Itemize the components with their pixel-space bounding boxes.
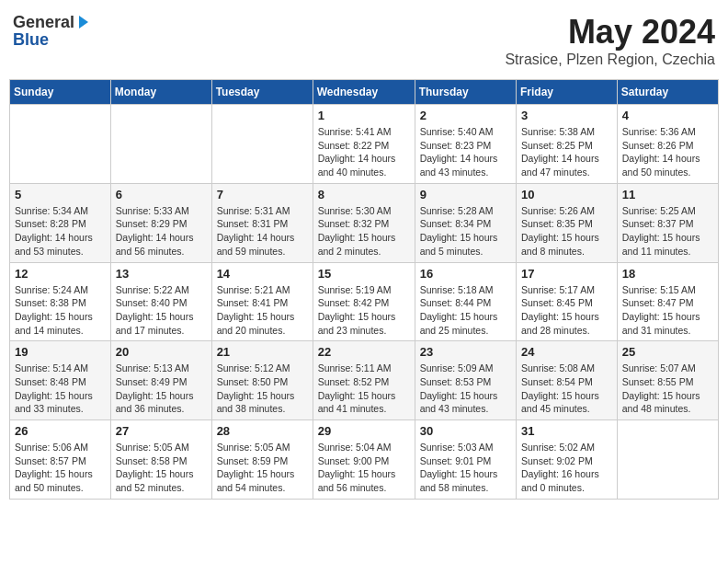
calendar-cell: 27Sunrise: 5:05 AM Sunset: 8:58 PM Dayli… — [110, 420, 211, 500]
day-number: 2 — [420, 109, 511, 122]
day-info: Sunrise: 5:18 AM Sunset: 8:44 PM Dayligh… — [420, 283, 511, 338]
weekday-header: Saturday — [617, 80, 718, 105]
calendar-cell: 12Sunrise: 5:24 AM Sunset: 8:38 PM Dayli… — [10, 262, 111, 341]
day-info: Sunrise: 5:05 AM Sunset: 8:58 PM Dayligh… — [116, 441, 207, 495]
calendar-cell: 16Sunrise: 5:18 AM Sunset: 8:44 PM Dayli… — [415, 262, 516, 341]
calendar-week-row: 1Sunrise: 5:41 AM Sunset: 8:22 PM Daylig… — [10, 105, 719, 184]
calendar-cell: 15Sunrise: 5:19 AM Sunset: 8:42 PM Dayli… — [313, 262, 415, 341]
day-info: Sunrise: 5:06 AM Sunset: 8:57 PM Dayligh… — [15, 441, 106, 495]
calendar-cell: 22Sunrise: 5:11 AM Sunset: 8:52 PM Dayli… — [313, 341, 415, 420]
day-info: Sunrise: 5:04 AM Sunset: 9:00 PM Dayligh… — [318, 441, 410, 495]
calendar-cell: 19Sunrise: 5:14 AM Sunset: 8:48 PM Dayli… — [10, 341, 111, 420]
day-info: Sunrise: 5:31 AM Sunset: 8:31 PM Dayligh… — [217, 204, 308, 259]
calendar-cell: 20Sunrise: 5:13 AM Sunset: 8:49 PM Dayli… — [110, 341, 211, 420]
calendar-cell: 1Sunrise: 5:41 AM Sunset: 8:22 PM Daylig… — [313, 105, 415, 184]
day-number: 8 — [318, 188, 410, 201]
calendar-cell: 18Sunrise: 5:15 AM Sunset: 8:47 PM Dayli… — [617, 262, 718, 341]
calendar-cell: 21Sunrise: 5:12 AM Sunset: 8:50 PM Dayli… — [211, 341, 313, 420]
logo-arrow-icon — [75, 16, 90, 30]
calendar-cell: 6Sunrise: 5:33 AM Sunset: 8:29 PM Daylig… — [110, 183, 211, 262]
calendar-cell: 2Sunrise: 5:40 AM Sunset: 8:23 PM Daylig… — [415, 105, 516, 184]
calendar-cell: 7Sunrise: 5:31 AM Sunset: 8:31 PM Daylig… — [211, 183, 313, 262]
calendar-week-row: 19Sunrise: 5:14 AM Sunset: 8:48 PM Dayli… — [10, 341, 719, 420]
day-number: 7 — [217, 188, 308, 201]
day-number: 5 — [15, 188, 106, 201]
weekday-header: Wednesday — [313, 80, 415, 105]
svg-marker-0 — [79, 16, 88, 29]
day-info: Sunrise: 5:02 AM Sunset: 9:02 PM Dayligh… — [521, 441, 612, 495]
day-info: Sunrise: 5:21 AM Sunset: 8:41 PM Dayligh… — [217, 283, 308, 338]
calendar-cell: 25Sunrise: 5:07 AM Sunset: 8:55 PM Dayli… — [617, 341, 718, 420]
day-number: 27 — [116, 424, 207, 438]
calendar-cell: 11Sunrise: 5:25 AM Sunset: 8:37 PM Dayli… — [617, 183, 718, 262]
day-number: 13 — [116, 267, 207, 281]
day-info: Sunrise: 5:12 AM Sunset: 8:50 PM Dayligh… — [217, 362, 308, 416]
calendar-cell — [10, 105, 111, 184]
calendar-cell — [617, 420, 718, 500]
calendar-cell: 23Sunrise: 5:09 AM Sunset: 8:53 PM Dayli… — [415, 341, 516, 420]
month-title: May 2024 — [505, 13, 715, 52]
calendar-cell: 28Sunrise: 5:05 AM Sunset: 8:59 PM Dayli… — [211, 420, 313, 500]
day-number: 11 — [622, 188, 713, 201]
day-number: 1 — [318, 109, 410, 122]
day-number: 12 — [15, 267, 106, 281]
day-number: 4 — [622, 109, 713, 122]
day-info: Sunrise: 5:07 AM Sunset: 8:55 PM Dayligh… — [622, 362, 713, 416]
calendar-header-row: SundayMondayTuesdayWednesdayThursdayFrid… — [10, 80, 719, 105]
day-info: Sunrise: 5:13 AM Sunset: 8:49 PM Dayligh… — [116, 362, 207, 416]
calendar-cell: 9Sunrise: 5:28 AM Sunset: 8:34 PM Daylig… — [415, 183, 516, 262]
logo-blue-text: Blue — [13, 30, 49, 50]
day-info: Sunrise: 5:24 AM Sunset: 8:38 PM Dayligh… — [15, 283, 106, 338]
calendar-cell: 8Sunrise: 5:30 AM Sunset: 8:32 PM Daylig… — [313, 183, 415, 262]
logo: General Blue — [13, 13, 90, 50]
day-info: Sunrise: 5:28 AM Sunset: 8:34 PM Dayligh… — [420, 204, 511, 259]
location-title: Strasice, Plzen Region, Czechia — [505, 52, 715, 68]
calendar-cell: 13Sunrise: 5:22 AM Sunset: 8:40 PM Dayli… — [110, 262, 211, 341]
logo-general-text: General — [13, 13, 74, 32]
calendar-cell: 30Sunrise: 5:03 AM Sunset: 9:01 PM Dayli… — [415, 420, 516, 500]
day-number: 29 — [318, 424, 410, 438]
day-number: 6 — [116, 188, 207, 201]
calendar-cell: 14Sunrise: 5:21 AM Sunset: 8:41 PM Dayli… — [211, 262, 313, 341]
title-area: May 2024 Strasice, Plzen Region, Czechia — [505, 13, 715, 68]
weekday-header: Thursday — [415, 80, 516, 105]
weekday-header: Monday — [110, 80, 211, 105]
day-number: 14 — [217, 267, 308, 281]
day-number: 9 — [420, 188, 511, 201]
day-info: Sunrise: 5:19 AM Sunset: 8:42 PM Dayligh… — [318, 283, 410, 338]
day-info: Sunrise: 5:05 AM Sunset: 8:59 PM Dayligh… — [217, 441, 308, 495]
weekday-header: Friday — [517, 80, 618, 105]
calendar-week-row: 26Sunrise: 5:06 AM Sunset: 8:57 PM Dayli… — [10, 420, 719, 500]
calendar-cell: 26Sunrise: 5:06 AM Sunset: 8:57 PM Dayli… — [10, 420, 111, 500]
calendar-cell: 5Sunrise: 5:34 AM Sunset: 8:28 PM Daylig… — [10, 183, 111, 262]
day-info: Sunrise: 5:11 AM Sunset: 8:52 PM Dayligh… — [318, 362, 410, 416]
calendar-cell — [110, 105, 211, 184]
day-info: Sunrise: 5:33 AM Sunset: 8:29 PM Dayligh… — [116, 204, 207, 259]
calendar-table: SundayMondayTuesdayWednesdayThursdayFrid… — [9, 79, 719, 500]
weekday-header: Tuesday — [211, 80, 313, 105]
day-number: 26 — [15, 424, 106, 438]
day-number: 18 — [622, 267, 713, 281]
calendar-cell: 3Sunrise: 5:38 AM Sunset: 8:25 PM Daylig… — [517, 105, 618, 184]
day-number: 24 — [521, 345, 612, 359]
day-number: 23 — [420, 345, 511, 359]
day-info: Sunrise: 5:09 AM Sunset: 8:53 PM Dayligh… — [420, 362, 511, 416]
day-info: Sunrise: 5:26 AM Sunset: 8:35 PM Dayligh… — [521, 204, 612, 259]
day-number: 19 — [15, 345, 106, 359]
day-info: Sunrise: 5:40 AM Sunset: 8:23 PM Dayligh… — [420, 125, 511, 179]
day-info: Sunrise: 5:22 AM Sunset: 8:40 PM Dayligh… — [116, 283, 207, 338]
day-number: 22 — [318, 345, 410, 359]
day-info: Sunrise: 5:41 AM Sunset: 8:22 PM Dayligh… — [318, 125, 410, 179]
day-number: 17 — [521, 267, 612, 281]
calendar-cell: 4Sunrise: 5:36 AM Sunset: 8:26 PM Daylig… — [617, 105, 718, 184]
calendar-cell — [211, 105, 313, 184]
day-number: 15 — [318, 267, 410, 281]
day-info: Sunrise: 5:17 AM Sunset: 8:45 PM Dayligh… — [521, 283, 612, 338]
day-number: 21 — [217, 345, 308, 359]
day-info: Sunrise: 5:36 AM Sunset: 8:26 PM Dayligh… — [622, 125, 713, 179]
day-number: 30 — [420, 424, 511, 438]
day-info: Sunrise: 5:15 AM Sunset: 8:47 PM Dayligh… — [622, 283, 713, 338]
day-number: 20 — [116, 345, 207, 359]
day-number: 28 — [217, 424, 308, 438]
day-number: 10 — [521, 188, 612, 201]
